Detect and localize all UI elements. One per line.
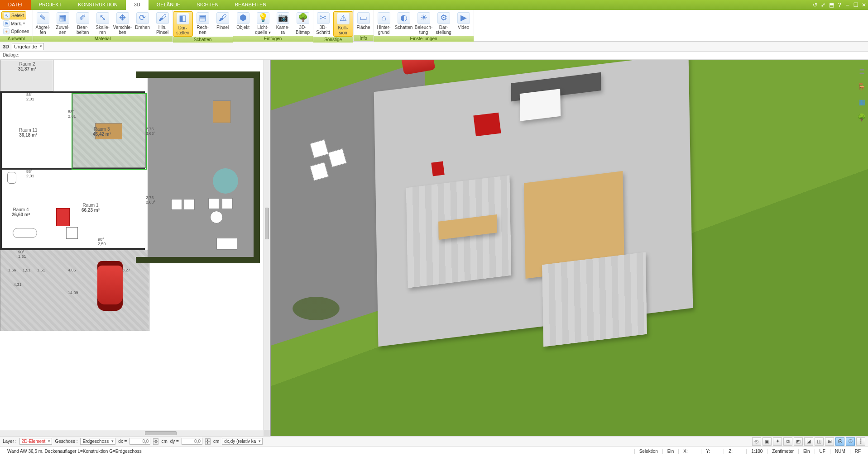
ribbon-label: stellen: [176, 30, 189, 35]
room-label: Raum 166,23 m²: [82, 203, 100, 213]
bottom-icon-4[interactable]: ◩: [794, 437, 803, 446]
ribbon-hintergrund-button[interactable]: ⌂Hinter-grund: [374, 11, 394, 36]
dx-spinner[interactable]: ▴▾: [153, 438, 158, 445]
group-label: Material: [33, 36, 173, 42]
ribbon-darstellung-button[interactable]: ⚙Dar-stellung: [434, 11, 454, 36]
dy-spinner[interactable]: ▴▾: [205, 438, 211, 445]
bottom-icon-5[interactable]: ◪: [804, 437, 813, 446]
layers-icon[interactable]: ≣: [857, 66, 867, 76]
ribbon-flaeche-button[interactable]: ▭Fläche: [354, 11, 374, 31]
tree-icon[interactable]: 🌳: [857, 112, 867, 122]
ribbon-video-button[interactable]: ▶Video: [454, 11, 474, 31]
ribbon-label: grund: [378, 30, 390, 35]
menu-tab-projekt[interactable]: PROJEKT: [31, 0, 70, 10]
plan-2d-viewport[interactable]: Raum 231,87 m²Raum 1136,18 m²Raum 345,42…: [0, 60, 271, 436]
menu-tab-3d[interactable]: 3D: [126, 0, 149, 10]
titlebar-layout-icon[interactable]: ⬒: [827, 0, 835, 10]
optionen-button[interactable]: ＋Optionen: [1, 28, 31, 35]
ribbon-hinpinsel-button[interactable]: 🖌Hin.Pinsel: [153, 11, 173, 36]
zuweisen-icon: ▦: [57, 12, 69, 24]
hinpinsel-icon: 🖌: [156, 12, 169, 24]
dimension-label: 3,27: [122, 268, 130, 272]
ribbon-lichtquelle-button[interactable]: 💡Licht-quelle ▾: [253, 11, 273, 36]
ribbon-schatten-button[interactable]: ◐Schatten: [394, 11, 414, 31]
coffee-table: [66, 227, 78, 239]
dx-input[interactable]: 0,0: [129, 438, 150, 445]
bottom-icon-0[interactable]: ◴: [752, 437, 761, 446]
ribbon-beleuchtung-button[interactable]: ☀Beleuch-tung: [414, 11, 434, 36]
window-maximize-icon[interactable]: ❐: [852, 0, 860, 10]
ribbon-3dschnitt-button[interactable]: ✂3D-Schnitt: [313, 11, 333, 36]
bottom-icon-10[interactable]: ┇: [856, 437, 865, 446]
ribbon-verschieben-button[interactable]: ✥Verschie-ben: [113, 11, 133, 36]
right-tool-strip: ≣ 🪑 ▦ 🌳: [855, 60, 868, 122]
ribbon-3dbitmap-button[interactable]: 🌳3D-Bitmap: [293, 11, 313, 36]
status-bar: Wand AW 36,5 m. Deckenauflager L=Konstru…: [0, 446, 868, 456]
view-3d-viewport[interactable]: [271, 60, 868, 436]
dy-input[interactable]: 0,0: [182, 438, 202, 445]
bottom-icon-7[interactable]: ⊞: [825, 437, 834, 446]
furniture-icon[interactable]: 🪑: [857, 81, 867, 91]
ribbon-darstellen-button[interactable]: ◧Dar-stellen: [173, 11, 193, 37]
bottom-icon-1[interactable]: ▣: [762, 437, 772, 446]
window-close-icon[interactable]: ✕: [860, 0, 868, 10]
geschoss-combo[interactable]: Erdgeschoss: [80, 438, 115, 445]
geschoss-label: Geschoss :: [55, 439, 77, 444]
ribbon-zuweisen-button[interactable]: ▦Zuwei-sen: [53, 11, 73, 36]
palette-icon[interactable]: ▦: [857, 97, 867, 107]
ribbon-drehen-button[interactable]: ⟳Drehen: [133, 11, 153, 31]
ribbon-objekt-button[interactable]: ⬢Objekt: [233, 11, 253, 31]
ribbon-label: Pinsel: [216, 25, 229, 30]
ribbon-label: beiten: [77, 30, 89, 35]
bottom-icon-3[interactable]: ⧉: [783, 437, 792, 446]
ribbon-kamera-button[interactable]: 📷Kame-ra: [273, 11, 293, 36]
layer-combo[interactable]: 2D-Element: [19, 438, 53, 445]
floor-plan-canvas[interactable]: Raum 231,87 m²Raum 1136,18 m²Raum 345,42…: [0, 60, 264, 430]
menu-tab-datei[interactable]: DATEI: [0, 0, 31, 10]
ribbon-label: ren: [99, 30, 106, 35]
window-minimize-icon[interactable]: –: [844, 0, 852, 10]
ribbon-skalieren-button[interactable]: ⤡Skalie-ren: [93, 11, 113, 36]
patio-table: [210, 211, 223, 223]
titlebar-expand-icon[interactable]: ⤢: [819, 0, 827, 10]
ribbon-pinsel-button[interactable]: 🖌Pinsel: [213, 11, 233, 31]
darstellung-icon: ⚙: [437, 12, 450, 24]
ribbon-abgreifen-button[interactable]: ✎Abgrei-fen: [33, 11, 53, 36]
bottom-icon-6[interactable]: ◫: [815, 437, 824, 446]
ribbon-group-einstellungen: ⌂Hinter-grund◐Schatten☀Beleuch-tung⚙Dar-…: [374, 10, 474, 41]
ribbon-label: nen: [199, 30, 206, 35]
toilet: [7, 172, 16, 184]
plan-scrollbar-horizontal[interactable]: [0, 430, 264, 436]
deck-bench: [213, 100, 231, 123]
selekt-button[interactable]: ↖Selekt: [1, 11, 26, 19]
terrain-combo[interactable]: Urgelände: [12, 43, 44, 50]
outdoor-sofa: [216, 238, 237, 250]
bottom-icon-9[interactable]: ⦾: [846, 437, 855, 446]
bottom-icon-8[interactable]: ⦿: [835, 437, 844, 446]
titlebar-help-icon[interactable]: ?: [835, 0, 844, 10]
titlebar-undo-icon[interactable]: ↺: [811, 0, 819, 10]
menu-tab-konstruktion[interactable]: KONSTRUKTION: [70, 0, 125, 10]
red-sofa-3d: [473, 113, 501, 136]
bottom-icon-2[interactable]: ✦: [773, 437, 782, 446]
skalieren-icon: ⤡: [96, 12, 109, 24]
menu-tab-sichten[interactable]: SICHTEN: [188, 0, 226, 10]
dimension-label: 88°: [26, 92, 33, 97]
mark-button[interactable]: ⚑Mark.▾: [1, 20, 27, 27]
bottom-toolbar: Layer : 2D-Element Geschoss : Erdgeschos…: [0, 436, 868, 446]
group-label-auswahl: Auswahl: [0, 36, 33, 42]
ribbon-bearbeiten-button[interactable]: ✐Bear-beiten: [73, 11, 93, 36]
coord-mode-combo[interactable]: dx,dy (relativ ka: [222, 438, 263, 445]
ribbon-label: Dar-: [439, 25, 448, 30]
view-3d-canvas[interactable]: [271, 60, 868, 436]
dimension-label: 4,05: [68, 268, 76, 272]
ribbon-label: quelle ▾: [255, 30, 270, 35]
dimension-label: 88°: [68, 109, 74, 114]
menu-tab-gelaende[interactable]: GELÄNDE: [149, 0, 189, 10]
patio-chair: [171, 199, 182, 210]
ribbon-rechnen-button[interactable]: ▤Rech-nen: [193, 11, 213, 36]
plan-scrollbar-vertical[interactable]: [264, 60, 270, 430]
ribbon-kollision-button[interactable]: ⚠Kolli-sion: [333, 11, 353, 37]
ribbon-group-sonstige: ✂3D-Schnitt⚠Kolli-sionSonstige: [313, 10, 354, 41]
menu-tab-bearbeiten[interactable]: BEARBEITEN: [227, 0, 275, 10]
